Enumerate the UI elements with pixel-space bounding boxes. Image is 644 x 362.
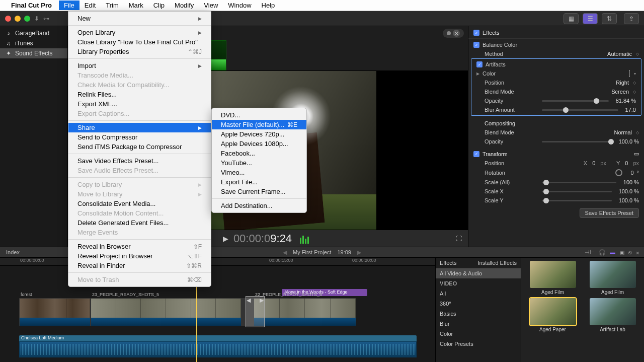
timeline-fx-icon[interactable]: ⎋ xyxy=(628,249,632,256)
checkbox-icon[interactable]: ✓ xyxy=(473,151,479,157)
clip-view-list-button[interactable]: ☰ xyxy=(583,13,598,24)
menu-delete-generated[interactable]: Delete Generated Event Files... xyxy=(68,218,211,228)
checkbox-icon[interactable]: ✓ xyxy=(473,42,479,48)
menu-reveal-project[interactable]: Reveal Project in Browser⌥⇧F xyxy=(68,251,211,261)
share-master-file[interactable]: Master File (default)...⌘E xyxy=(212,120,306,129)
scale-x-row[interactable]: Scale X100.0 % xyxy=(468,187,644,196)
effect-aged-film[interactable]: Aged Film xyxy=(524,261,581,295)
scale-y-row[interactable]: Scale Y100.0 % xyxy=(468,196,644,205)
t-position-row[interactable]: PositionX0pxY0px xyxy=(468,159,644,168)
share-youtube[interactable]: YouTube... xyxy=(212,158,306,168)
share-facebook[interactable]: Facebook... xyxy=(212,149,306,158)
effect-aged-film-2[interactable]: Aged Film xyxy=(584,261,641,295)
timecode-display[interactable]: 00:00:09:24 xyxy=(233,232,292,245)
skimming-icon[interactable]: ⊣⊢ xyxy=(585,249,595,256)
color-swatch[interactable] xyxy=(629,70,630,77)
share-add-destination[interactable]: Add Destination... xyxy=(212,201,306,210)
inspector-toggle-button[interactable]: ⇅ xyxy=(602,13,617,24)
close-icon[interactable]: ✕ xyxy=(453,30,460,37)
share-export-file[interactable]: Export File... xyxy=(212,177,306,187)
fx-cat-color-presets[interactable]: Color Presets xyxy=(436,339,521,349)
clip-people-22[interactable]: 22_PEOPLE_READY_SHOTS_5 xyxy=(254,298,356,326)
artifacts-row[interactable]: ✓Artifacts xyxy=(471,60,641,69)
event-chip[interactable]: ✕ xyxy=(443,29,464,38)
connected-audio-clip[interactable]: Chelsea Loft Medium xyxy=(19,335,417,357)
share-apple-1080[interactable]: Apple Devices 1080p... xyxy=(212,139,306,149)
app-name[interactable]: Final Cut Pro xyxy=(11,2,52,9)
import-icon[interactable]: ⬇ xyxy=(34,15,39,22)
balance-color-row[interactable]: ✓Balance Color xyxy=(468,40,644,49)
menu-mark[interactable]: Mark xyxy=(124,1,148,10)
zoom-window-button[interactable] xyxy=(24,16,30,22)
menu-import[interactable]: Import▶ xyxy=(68,61,211,70)
fullscreen-icon[interactable]: ⛶ xyxy=(456,235,462,242)
keyword-icon[interactable]: ⊶ xyxy=(43,15,49,22)
share-save-frame[interactable]: Save Current Frame... xyxy=(212,187,306,196)
audio-skim-icon[interactable]: 🎧 xyxy=(599,249,606,256)
rotation-row[interactable]: Rotation0 ° xyxy=(468,168,644,178)
fx-cat-all[interactable]: All xyxy=(436,288,521,299)
effect-aged-paper[interactable]: Aged Paper xyxy=(524,298,581,332)
color-row[interactable]: ▶Color▾ xyxy=(471,69,641,78)
opacity-slider[interactable] xyxy=(542,100,609,102)
timeline-fx-icon[interactable]: ⨉ xyxy=(636,249,639,256)
solo-icon[interactable]: ▬ xyxy=(610,249,615,256)
blend-mode-row[interactable]: Blend ModeScreen◇ xyxy=(471,87,641,96)
sidebar-item-sound-effects[interactable]: ✦Sound Effects xyxy=(0,48,67,58)
opacity-row[interactable]: Opacity81.84 % xyxy=(471,96,641,105)
menu-send-itms[interactable]: Send iTMS Package to Compressor xyxy=(68,142,211,152)
timeline-ruler[interactable]: 00:00:00:0000:00:05:0000:00:10:0000:00:1… xyxy=(0,258,435,266)
menu-send-compressor[interactable]: Send to Compressor xyxy=(68,132,211,142)
position-row[interactable]: PositionRight◇ xyxy=(471,78,641,87)
menu-reveal-browser[interactable]: Reveal in Browser⇧F xyxy=(68,242,211,251)
snapping-icon[interactable]: ▣ xyxy=(619,249,624,256)
menu-window[interactable]: Window xyxy=(223,1,256,10)
blur-row[interactable]: Blur Amount17.0 xyxy=(471,105,641,114)
clip-forest[interactable]: forest xyxy=(19,298,91,326)
menu-clip[interactable]: Clip xyxy=(148,1,170,10)
menu-new[interactable]: New▶ xyxy=(68,14,211,23)
sidebar-item-garageband[interactable]: ♪GarageBand xyxy=(0,28,67,38)
clip-view-grid-button[interactable]: ▦ xyxy=(564,13,579,24)
menu-edit[interactable]: Edit xyxy=(79,1,101,10)
timeline[interactable]: 00:00:00:0000:00:05:0000:00:10:0000:00:1… xyxy=(0,258,435,362)
share-button[interactable]: ⇪ xyxy=(624,13,639,24)
menu-consolidate-event[interactable]: Consolidate Event Media... xyxy=(68,199,211,208)
method-row[interactable]: MethodAutomatic◇ xyxy=(468,49,644,58)
share-vimeo[interactable]: Vimeo... xyxy=(212,168,306,177)
chevron-down-icon[interactable]: ▾ xyxy=(634,71,636,76)
menu-library-properties[interactable]: Library Properties⌃⌘J xyxy=(68,47,211,56)
minimize-window-button[interactable] xyxy=(15,16,21,22)
menu-file[interactable]: File xyxy=(59,1,79,10)
index-button[interactable]: Index xyxy=(6,249,20,255)
trim-handles[interactable]: ◀▶ xyxy=(246,296,265,327)
sidebar-item-itunes[interactable]: ♫iTunes xyxy=(0,38,67,48)
share-apple-720[interactable]: Apple Devices 720p... xyxy=(212,129,306,139)
menu-close-library[interactable]: Close Library "How To Use Final Cut Pro" xyxy=(68,37,211,47)
save-effects-preset-button[interactable]: Save Effects Preset xyxy=(580,208,639,218)
menu-modify[interactable]: Modify xyxy=(170,1,199,10)
comp-opacity-row[interactable]: Opacity100.0 % xyxy=(468,137,644,146)
share-dvd[interactable]: DVD... xyxy=(212,110,306,120)
fx-cat-color[interactable]: Color xyxy=(436,329,521,339)
menu-open-library[interactable]: Open Library▶ xyxy=(68,28,211,37)
predicate-slider[interactable] xyxy=(542,141,612,142)
clip-people-23[interactable]: 23_PEOPLE_READY_SHOTS_5 xyxy=(91,298,242,326)
effect-artifact-lab[interactable]: Artifact Lab xyxy=(584,298,641,332)
menu-reveal-finder[interactable]: Reveal in Finder⇧⌘R xyxy=(68,261,211,270)
scale-all-row[interactable]: Scale (All)100 % xyxy=(468,178,644,187)
comp-blend-row[interactable]: Blend ModeNormal◇ xyxy=(468,128,644,137)
fx-cat-360[interactable]: 360° xyxy=(436,299,521,309)
menu-export-xml[interactable]: Export XML... xyxy=(68,99,211,109)
checkbox-icon[interactable]: ✓ xyxy=(476,61,482,67)
close-window-button[interactable] xyxy=(5,16,11,22)
fx-cat-all-video-audio[interactable]: All Video & Audio xyxy=(436,268,521,278)
installed-effects-label[interactable]: Installed Effects xyxy=(478,260,517,266)
menu-save-video-fx[interactable]: Save Video Effects Preset... xyxy=(68,156,211,166)
menu-trim[interactable]: Trim xyxy=(101,1,124,10)
play-button[interactable]: ▶ xyxy=(223,235,228,243)
checkbox-icon[interactable]: ✓ xyxy=(473,30,479,36)
menu-share[interactable]: Share▶ xyxy=(68,123,211,132)
menu-help[interactable]: Help xyxy=(257,1,280,10)
menu-view[interactable]: View xyxy=(199,1,223,10)
